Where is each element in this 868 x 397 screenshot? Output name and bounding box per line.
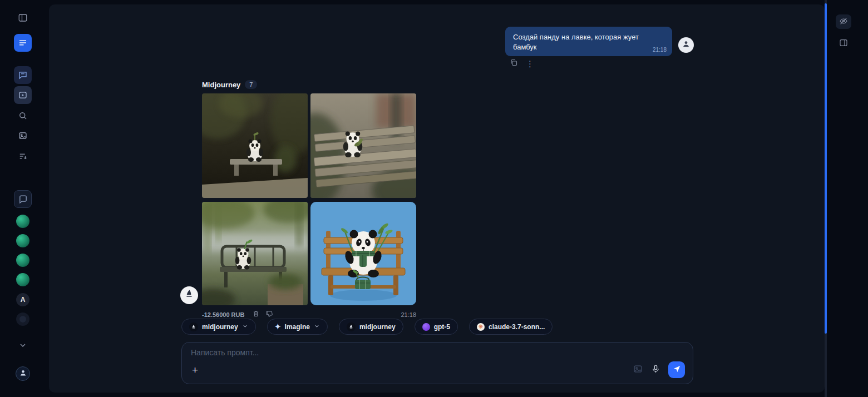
panel-left-icon (18, 13, 28, 23)
microphone-icon (651, 364, 660, 375)
generated-image-2[interactable] (310, 93, 416, 198)
model-chip-claude[interactable]: ✳ claude-3.7-sonn... (469, 319, 553, 335)
image-grid (202, 93, 416, 305)
search-button[interactable] (14, 107, 32, 125)
chat-icon (18, 70, 28, 80)
chip-label: gpt-5 (434, 323, 450, 331)
message-actions: ⋮ (510, 58, 534, 68)
gpt-logo-icon (422, 323, 430, 331)
profile-avatar[interactable] (16, 366, 30, 381)
prompt-composer: + (181, 342, 693, 384)
dislike-button[interactable] (265, 310, 273, 319)
prompt-input[interactable] (191, 348, 685, 357)
chip-label: midjourney (359, 323, 396, 331)
scrollbar-thumb[interactable] (825, 3, 827, 334)
image-icon (18, 131, 28, 141)
eye-off-icon (839, 17, 848, 27)
bot-header: Midjourney 7 (202, 80, 257, 89)
midjourney-sail-logo-icon (184, 289, 195, 302)
model-chips-row: midjourney ✦ Imagine midjourney gpt-5 ✳ … (181, 319, 553, 335)
response-time: 21:18 (401, 311, 416, 318)
mode-select-chip[interactable]: ✦ Imagine (267, 319, 328, 335)
inactive-avatar[interactable] (16, 312, 29, 326)
sparkle-icon: ✦ (275, 323, 281, 330)
kebab-icon: ⋮ (526, 59, 534, 68)
gallery-button[interactable] (14, 127, 32, 145)
bot-avatar-4[interactable] (16, 273, 29, 286)
bot-message-count-badge: 7 (245, 80, 257, 89)
user-message-time: 21:18 (653, 46, 667, 54)
bot-name: Midjourney (202, 81, 240, 89)
model-chip-gpt5[interactable]: gpt-5 (415, 319, 458, 335)
claude-logo-icon: ✳ (477, 323, 485, 331)
plus-icon: + (192, 364, 198, 376)
image-upload-icon (633, 364, 643, 376)
microphone-button[interactable] (651, 364, 660, 375)
claude-glyph: ✳ (479, 324, 483, 330)
generated-image-1[interactable] (202, 93, 308, 198)
composer-controls: + (191, 361, 685, 378)
chip-label: midjourney (202, 323, 238, 331)
toggle-right-panel-button[interactable] (836, 36, 851, 51)
chats-button[interactable] (14, 66, 32, 84)
user-message-bubble: Создай панду на лавке, которая жует бамб… (505, 27, 672, 56)
attach-button[interactable]: + (191, 365, 199, 375)
expand-list-button[interactable] (14, 339, 32, 352)
media-projects-button[interactable] (14, 86, 32, 104)
generated-image-4[interactable] (310, 202, 416, 305)
right-rail (836, 14, 851, 51)
copy-button[interactable] (510, 58, 518, 68)
thread-button[interactable] (14, 190, 32, 208)
chevron-down-icon (314, 323, 320, 331)
sidebar: A (0, 0, 46, 397)
trash-icon (252, 310, 260, 319)
image-upload-button[interactable] (633, 364, 643, 376)
send-button[interactable] (668, 361, 685, 378)
bot-avatar-1[interactable] (16, 215, 29, 228)
sort-icon (18, 151, 28, 161)
send-icon (673, 365, 681, 375)
panda-park-bench-image (202, 202, 308, 305)
delete-button[interactable] (252, 310, 260, 319)
chat-bubble-icon (18, 195, 28, 204)
sort-button[interactable] (14, 147, 32, 165)
user-message-text: Создай панду на лавке, которая жует бамб… (513, 33, 639, 51)
chip-label: Imagine (285, 323, 310, 331)
user-avatar (678, 37, 694, 53)
more-options-button[interactable]: ⋮ (526, 59, 534, 68)
hide-preview-button[interactable] (836, 14, 851, 29)
thumbs-down-icon (265, 310, 273, 319)
person-icon (19, 369, 27, 379)
anthropic-logo-icon: A (21, 296, 26, 304)
chevron-down-icon (18, 341, 27, 350)
cost-label: -12.56000 RUB (202, 311, 244, 318)
bot-avatar-2[interactable] (16, 234, 29, 247)
midjourney-logo-icon (347, 322, 356, 331)
copy-icon (510, 58, 518, 68)
model-select-chip[interactable]: midjourney (181, 319, 256, 335)
scrollbar[interactable] (825, 0, 827, 397)
chip-label: claude-3.7-sonn... (489, 323, 545, 331)
anthropic-avatar[interactable]: A (16, 293, 29, 306)
chat-panel: Создай панду на лавке, которая жует бамб… (49, 4, 825, 393)
bot-avatar (180, 286, 198, 304)
model-chip-midjourney[interactable]: midjourney (339, 319, 403, 335)
video-folder-icon (18, 90, 28, 100)
sidebar-collapse-button[interactable] (14, 9, 32, 27)
plush-panda-blue-image (310, 202, 416, 305)
generated-image-3[interactable] (202, 202, 308, 305)
list-icon (18, 38, 28, 48)
person-icon (682, 39, 691, 51)
panda-weathered-bench-image (310, 93, 416, 198)
panel-right-icon (839, 38, 848, 49)
bot-avatar-3[interactable] (16, 254, 29, 267)
menu-button[interactable] (14, 34, 32, 52)
chevron-down-icon (242, 323, 248, 331)
panda-dark-garden-image (202, 93, 308, 198)
search-icon (18, 111, 28, 121)
midjourney-logo-icon (189, 322, 198, 331)
response-meta: -12.56000 RUB 21:18 (202, 310, 416, 319)
